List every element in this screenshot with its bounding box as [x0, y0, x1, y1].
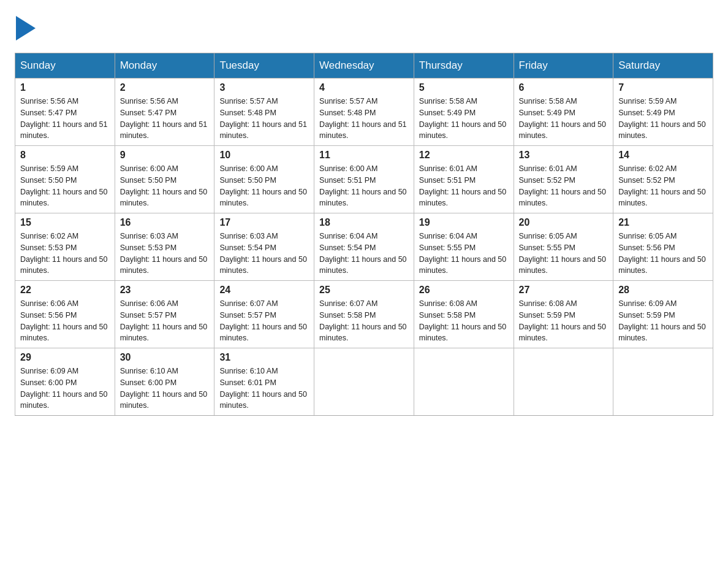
calendar-day-cell: 23 Sunrise: 6:06 AM Sunset: 5:57 PM Dayl… — [115, 281, 214, 348]
daylight-label: Daylight: 11 hours and 50 minutes. — [20, 255, 107, 275]
daylight-label: Daylight: 11 hours and 50 minutes. — [319, 255, 406, 275]
day-number: 20 — [519, 217, 609, 228]
calendar-day-cell: 24 Sunrise: 6:07 AM Sunset: 5:57 PM Dayl… — [214, 281, 314, 348]
day-info: Sunrise: 6:07 AM Sunset: 5:57 PM Dayligh… — [219, 298, 309, 344]
daylight-label: Daylight: 11 hours and 50 minutes. — [219, 255, 306, 275]
day-info: Sunrise: 6:03 AM Sunset: 5:54 PM Dayligh… — [219, 231, 309, 277]
day-number: 22 — [20, 285, 110, 296]
day-info: Sunrise: 6:10 AM Sunset: 6:00 PM Dayligh… — [120, 366, 210, 412]
sunset-label: Sunset: 5:57 PM — [219, 311, 276, 320]
day-info: Sunrise: 6:05 AM Sunset: 5:55 PM Dayligh… — [519, 231, 609, 277]
calendar-day-cell: 7 Sunrise: 5:59 AM Sunset: 5:49 PM Dayli… — [613, 79, 713, 146]
day-number: 19 — [419, 217, 509, 228]
sunrise-label: Sunrise: 6:03 AM — [219, 232, 278, 240]
day-info: Sunrise: 6:09 AM Sunset: 5:59 PM Dayligh… — [618, 298, 708, 344]
sunset-label: Sunset: 5:58 PM — [419, 311, 476, 320]
sunset-label: Sunset: 5:54 PM — [219, 243, 276, 252]
daylight-label: Daylight: 11 hours and 50 minutes. — [519, 188, 606, 208]
daylight-label: Daylight: 11 hours and 51 minutes. — [120, 120, 207, 140]
daylight-label: Daylight: 11 hours and 50 minutes. — [319, 323, 406, 343]
daylight-label: Daylight: 11 hours and 50 minutes. — [419, 188, 506, 208]
calendar-day-cell: 11 Sunrise: 6:00 AM Sunset: 5:51 PM Dayl… — [314, 146, 414, 213]
sunrise-label: Sunrise: 6:06 AM — [20, 299, 78, 308]
logo — [15, 15, 36, 40]
day-number: 15 — [20, 217, 110, 228]
calendar-day-cell: 22 Sunrise: 6:06 AM Sunset: 5:56 PM Dayl… — [15, 281, 115, 348]
sunrise-label: Sunrise: 5:58 AM — [519, 97, 577, 105]
sunrise-label: Sunrise: 6:10 AM — [120, 367, 178, 375]
sunset-label: Sunset: 5:59 PM — [618, 311, 675, 320]
calendar-header-row: SundayMondayTuesdayWednesdayThursdayFrid… — [15, 53, 713, 79]
day-info: Sunrise: 6:02 AM Sunset: 5:52 PM Dayligh… — [618, 163, 708, 209]
daylight-label: Daylight: 11 hours and 50 minutes. — [319, 188, 406, 208]
sunset-label: Sunset: 5:47 PM — [120, 109, 176, 117]
sunset-label: Sunset: 5:48 PM — [219, 109, 276, 117]
calendar-table: SundayMondayTuesdayWednesdayThursdayFrid… — [15, 53, 713, 416]
column-header-sunday: Sunday — [15, 53, 115, 79]
day-number: 2 — [120, 82, 210, 93]
day-info: Sunrise: 6:08 AM Sunset: 5:59 PM Dayligh… — [519, 298, 609, 344]
sunrise-label: Sunrise: 6:03 AM — [120, 232, 178, 240]
daylight-label: Daylight: 11 hours and 50 minutes. — [120, 188, 207, 208]
day-info: Sunrise: 6:04 AM Sunset: 5:55 PM Dayligh… — [419, 231, 509, 277]
day-info: Sunrise: 6:01 AM Sunset: 5:52 PM Dayligh… — [519, 163, 609, 209]
sunset-label: Sunset: 5:57 PM — [120, 311, 176, 320]
daylight-label: Daylight: 11 hours and 51 minutes. — [319, 120, 406, 140]
day-info: Sunrise: 6:06 AM Sunset: 5:57 PM Dayligh… — [120, 298, 210, 344]
day-info: Sunrise: 5:56 AM Sunset: 5:47 PM Dayligh… — [20, 96, 110, 142]
calendar-day-cell: 8 Sunrise: 5:59 AM Sunset: 5:50 PM Dayli… — [15, 146, 115, 213]
day-info: Sunrise: 6:10 AM Sunset: 6:01 PM Dayligh… — [219, 366, 309, 412]
day-info: Sunrise: 6:04 AM Sunset: 5:54 PM Dayligh… — [319, 231, 409, 277]
calendar-week-row: 22 Sunrise: 6:06 AM Sunset: 5:56 PM Dayl… — [15, 281, 713, 348]
sunset-label: Sunset: 5:47 PM — [20, 109, 77, 117]
day-number: 9 — [120, 150, 210, 161]
sunset-label: Sunset: 6:00 PM — [20, 378, 77, 387]
sunset-label: Sunset: 6:01 PM — [219, 378, 276, 387]
sunrise-label: Sunrise: 6:08 AM — [519, 299, 577, 308]
calendar-day-cell: 26 Sunrise: 6:08 AM Sunset: 5:58 PM Dayl… — [414, 281, 514, 348]
sunrise-label: Sunrise: 5:59 AM — [20, 164, 78, 173]
calendar-day-cell: 18 Sunrise: 6:04 AM Sunset: 5:54 PM Dayl… — [314, 213, 414, 281]
sunset-label: Sunset: 5:52 PM — [519, 176, 575, 185]
sunset-label: Sunset: 5:59 PM — [519, 311, 575, 320]
sunset-label: Sunset: 5:50 PM — [20, 176, 77, 185]
day-info: Sunrise: 6:08 AM Sunset: 5:58 PM Dayligh… — [419, 298, 509, 344]
page-header — [15, 15, 713, 40]
sunset-label: Sunset: 5:55 PM — [519, 243, 575, 252]
calendar-day-cell: 4 Sunrise: 5:57 AM Sunset: 5:48 PM Dayli… — [314, 79, 414, 146]
day-info: Sunrise: 6:01 AM Sunset: 5:51 PM Dayligh… — [419, 163, 509, 209]
calendar-day-cell: 31 Sunrise: 6:10 AM Sunset: 6:01 PM Dayl… — [214, 348, 314, 416]
daylight-label: Daylight: 11 hours and 50 minutes. — [419, 120, 506, 140]
day-info: Sunrise: 5:57 AM Sunset: 5:48 PM Dayligh… — [319, 96, 409, 142]
day-info: Sunrise: 6:07 AM Sunset: 5:58 PM Dayligh… — [319, 298, 409, 344]
calendar-empty-cell — [314, 348, 414, 416]
sunrise-label: Sunrise: 5:56 AM — [20, 97, 78, 105]
day-info: Sunrise: 6:00 AM Sunset: 5:51 PM Dayligh… — [319, 163, 409, 209]
sunset-label: Sunset: 5:53 PM — [120, 243, 176, 252]
day-info: Sunrise: 5:59 AM Sunset: 5:49 PM Dayligh… — [618, 96, 708, 142]
sunrise-label: Sunrise: 6:08 AM — [419, 299, 477, 308]
day-info: Sunrise: 5:58 AM Sunset: 5:49 PM Dayligh… — [519, 96, 609, 142]
daylight-label: Daylight: 11 hours and 50 minutes. — [618, 323, 705, 343]
calendar-day-cell: 25 Sunrise: 6:07 AM Sunset: 5:58 PM Dayl… — [314, 281, 414, 348]
sunset-label: Sunset: 5:51 PM — [419, 176, 476, 185]
day-number: 12 — [419, 150, 509, 161]
sunrise-label: Sunrise: 6:04 AM — [419, 232, 477, 240]
sunset-label: Sunset: 5:52 PM — [618, 176, 675, 185]
daylight-label: Daylight: 11 hours and 50 minutes. — [618, 188, 705, 208]
daylight-label: Daylight: 11 hours and 51 minutes. — [20, 120, 107, 140]
day-info: Sunrise: 5:57 AM Sunset: 5:48 PM Dayligh… — [219, 96, 309, 142]
sunset-label: Sunset: 5:56 PM — [618, 243, 675, 252]
daylight-label: Daylight: 11 hours and 50 minutes. — [20, 323, 107, 343]
day-info: Sunrise: 6:09 AM Sunset: 6:00 PM Dayligh… — [20, 366, 110, 412]
column-header-saturday: Saturday — [613, 53, 713, 79]
sunrise-label: Sunrise: 6:02 AM — [618, 164, 677, 173]
sunset-label: Sunset: 5:48 PM — [319, 109, 376, 117]
day-number: 13 — [519, 150, 609, 161]
day-number: 11 — [319, 150, 409, 161]
calendar-day-cell: 14 Sunrise: 6:02 AM Sunset: 5:52 PM Dayl… — [613, 146, 713, 213]
sunset-label: Sunset: 5:56 PM — [20, 311, 77, 320]
column-header-wednesday: Wednesday — [314, 53, 414, 79]
calendar-day-cell: 15 Sunrise: 6:02 AM Sunset: 5:53 PM Dayl… — [15, 213, 115, 281]
day-number: 23 — [120, 285, 210, 296]
